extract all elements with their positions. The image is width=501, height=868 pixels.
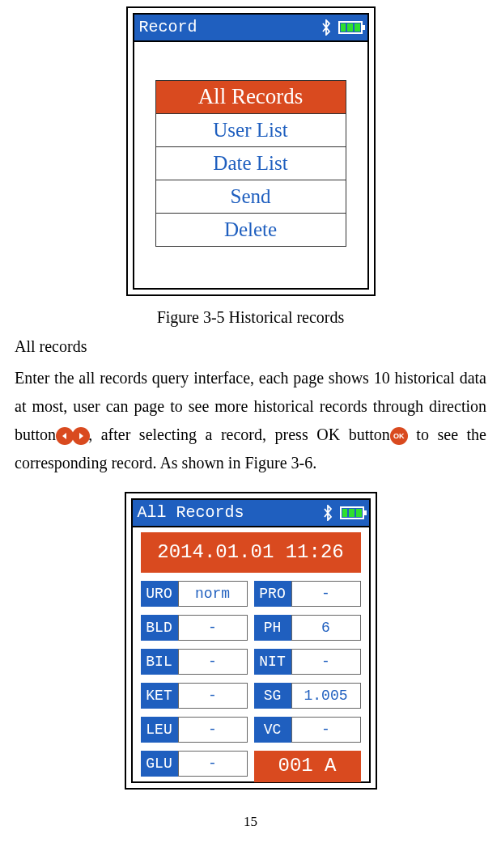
param-bil: BIL-: [141, 649, 248, 675]
menu-send[interactable]: Send: [155, 180, 346, 214]
param-uro: UROnorm: [141, 581, 248, 607]
param-pro: PRO-: [254, 581, 361, 607]
param-glu-label: GLU: [141, 751, 178, 777]
titlebar-icons: [321, 19, 363, 36]
param-sg-label: SG: [254, 683, 291, 709]
titlebar-all-records: All Records: [133, 500, 369, 527]
param-ph: PH6: [254, 615, 361, 641]
param-leu-value: -: [178, 717, 248, 743]
record-screen-figure: Record All Records User List Date List S…: [126, 6, 376, 296]
titlebar-record: Record: [134, 15, 367, 42]
record-screen-inner: Record All Records User List Date List S…: [133, 13, 369, 290]
body-paragraph: Enter the all records query interface, e…: [15, 364, 486, 477]
param-pro-value: -: [291, 581, 361, 607]
param-glu-value: -: [178, 751, 248, 777]
param-bld-label: BLD: [141, 615, 178, 641]
all-records-detail-figure: All Records 2014.01.01 11:26 UROnorm PRO…: [125, 492, 377, 790]
right-arrow-icon: [72, 427, 90, 445]
menu-date-list[interactable]: Date List: [155, 146, 346, 180]
param-ket-value: -: [178, 683, 248, 709]
param-leu-label: LEU: [141, 717, 178, 743]
direction-buttons-icon: [56, 427, 88, 445]
param-bld: BLD-: [141, 615, 248, 641]
menu-user-list-label: User List: [213, 114, 287, 146]
menu-delete[interactable]: Delete: [155, 213, 346, 247]
param-uro-label: URO: [141, 581, 178, 607]
screen1-title: Record: [139, 15, 197, 40]
param-nit-value: -: [291, 649, 361, 675]
param-pro-label: PRO: [254, 581, 291, 607]
param-vc-value: -: [291, 717, 361, 743]
params-grid: UROnorm PRO- BLD- PH6 BIL- NIT- KET- SG1…: [133, 574, 369, 788]
record-timestamp: 2014.01.01 11:26: [141, 532, 361, 573]
ok-button-icon: OK: [390, 427, 408, 445]
bluetooth-icon: [322, 505, 333, 521]
para-part2: , after selecting a record, press OK but…: [88, 426, 390, 443]
menu-date-list-label: Date List: [213, 147, 287, 180]
param-bil-value: -: [178, 649, 248, 675]
subheading-all-records: All records: [15, 333, 486, 359]
titlebar-icons-2: [322, 505, 364, 521]
param-glu: GLU-: [141, 751, 248, 777]
param-ket-label: KET: [141, 683, 178, 709]
param-nit: NIT-: [254, 649, 361, 675]
menu-user-list[interactable]: User List: [155, 113, 346, 147]
param-ph-value: 6: [291, 615, 361, 641]
param-ph-label: PH: [254, 615, 291, 641]
figure-caption: Figure 3-5 Historical records: [15, 304, 486, 330]
param-bld-value: -: [178, 615, 248, 641]
all-records-detail-inner: All Records 2014.01.01 11:26 UROnorm PRO…: [131, 498, 371, 783]
param-vc: VC-: [254, 717, 361, 743]
record-menu: All Records User List Date List Send Del…: [134, 42, 367, 288]
param-nit-label: NIT: [254, 649, 291, 675]
param-vc-label: VC: [254, 717, 291, 743]
param-uro-value: norm: [178, 581, 248, 607]
param-sg-value: 1.005: [291, 683, 361, 709]
left-arrow-icon: [56, 427, 74, 445]
param-ket: KET-: [141, 683, 248, 709]
menu-send-label: Send: [231, 180, 271, 213]
menu-all-records[interactable]: All Records: [155, 80, 346, 114]
battery-icon: [340, 506, 364, 519]
menu-all-records-label: All Records: [198, 79, 304, 114]
record-id: 001 A: [254, 751, 361, 781]
menu-delete-label: Delete: [224, 214, 277, 246]
bluetooth-icon: [321, 19, 332, 36]
record-detail-body: 2014.01.01 11:26 UROnorm PRO- BLD- PH6 B…: [133, 527, 369, 789]
param-sg: SG1.005: [254, 683, 361, 709]
param-leu: LEU-: [141, 717, 248, 743]
param-bil-label: BIL: [141, 649, 178, 675]
page-number: 15: [15, 811, 486, 832]
screen2-title: All Records: [138, 500, 244, 526]
battery-icon: [338, 21, 363, 34]
